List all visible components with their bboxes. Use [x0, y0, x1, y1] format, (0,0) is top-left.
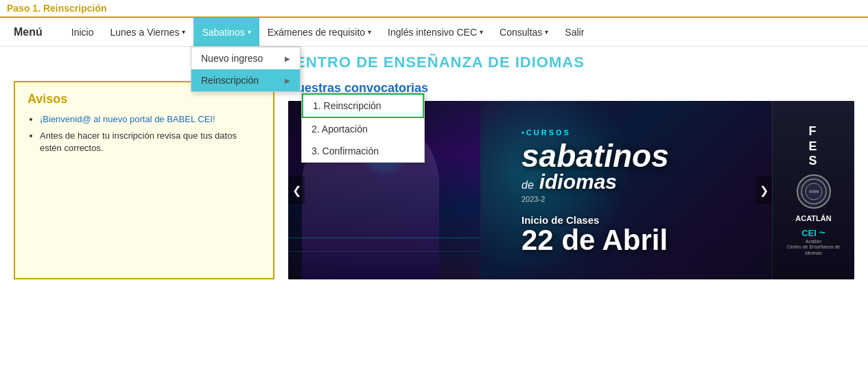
arrow-right-icon: ▶ — [285, 77, 290, 84]
nav-item-ingles[interactable]: Inglés intensivo CEC ▾ — [379, 18, 491, 46]
nav-item-salir[interactable]: Salir — [556, 18, 592, 46]
banner-idiomas-text: idiomas — [539, 170, 617, 193]
banner-line — [288, 251, 480, 252]
banner-prev-button[interactable]: ❮ — [288, 176, 305, 204]
content-columns: Avisos ¡Bienvenid@ al nuevo portal de BA… — [0, 81, 868, 279]
cei-logo: CEI ~ Acatlán Centro de Enseñanza de Idi… — [779, 227, 847, 256]
avisos-list: ¡Bienvenid@ al nuevo portal de BABEL CEI… — [27, 113, 261, 155]
chevron-down-icon: ▾ — [248, 28, 251, 36]
dropdown-item-reinscripcion[interactable]: Reinscripción ▶ 1. Reinscripción 2. Apor… — [191, 69, 300, 91]
fes-letters: F E S — [808, 124, 818, 169]
avisos-title: Avisos — [27, 92, 261, 106]
submenu-item-confirmacion[interactable]: 3. Confirmación — [302, 140, 424, 162]
banner-line — [288, 238, 480, 238]
chevron-down-icon: ▾ — [480, 28, 483, 36]
nav-items: Inicio Lunes a Viernes ▾ Sabatinos ▾ Exá… — [63, 18, 593, 46]
arrow-right-icon: ▶ — [285, 55, 290, 62]
svg-text:UNAM: UNAM — [808, 189, 819, 194]
breadcrumb-text: Paso 1. Reinscripción — [7, 3, 107, 14]
unam-logo: UNAM — [797, 174, 831, 209]
center-title: CENTRO DE ENSEÑANZA DE IDIOMAS — [0, 47, 868, 77]
nav-item-inicio[interactable]: Inicio — [63, 18, 102, 46]
nav-item-examenes[interactable]: Exámenes de requisito ▾ — [259, 18, 379, 46]
dropdown-menu: Nuevo ingreso ▶ Reinscripción ▶ 1. Reins… — [191, 47, 301, 92]
banner-cursos-text: •CURSOS — [521, 128, 571, 137]
chevron-down-icon: ▾ — [368, 28, 371, 36]
chevron-down-icon: ▾ — [545, 28, 548, 36]
list-item: ¡Bienvenid@ al nuevo portal de BABEL CEI… — [40, 113, 261, 126]
sabatinos-dropdown: Nuevo ingreso ▶ Reinscripción ▶ 1. Reins… — [191, 47, 301, 92]
cei-logo-sub: Acatlán Centro de Enseñanza de Idiomas — [779, 239, 847, 256]
chevron-down-icon: ▾ — [182, 28, 185, 36]
nav-item-consultas[interactable]: Consultas ▾ — [491, 18, 556, 46]
banner-de-text: de — [521, 179, 534, 191]
main-content: CENTRO DE ENSEÑANZA DE IDIOMAS Avisos ¡B… — [0, 47, 868, 279]
list-item: Antes de hacer tu inscripción revisa que… — [40, 130, 261, 154]
acatlan-text: ACATLÁN — [795, 214, 831, 222]
avisos-box: Avisos ¡Bienvenid@ al nuevo portal de BA… — [14, 81, 274, 279]
breadcrumb-bar: Paso 1. Reinscripción — [0, 0, 868, 18]
nav-item-sabatinos[interactable]: Sabatinos ▾ — [193, 18, 259, 46]
banner-next-button[interactable]: ❯ — [755, 176, 772, 204]
nav-item-lunes-viernes[interactable]: Lunes a Viernes ▾ — [102, 18, 193, 46]
banner-right-panel: F E S UNAM ACATLÁN CEI — [772, 101, 854, 279]
navbar: Menú Inicio Lunes a Viernes ▾ Sabatinos … — [0, 18, 868, 47]
submenu-item-reinscripcion-1[interactable]: 1. Reinscripción — [302, 93, 424, 118]
cei-logo-text: CEI ~ — [801, 227, 825, 239]
submenu-reinscripcion: 1. Reinscripción 2. Aportación 3. Confir… — [301, 93, 425, 163]
dropdown-item-nuevo-ingreso[interactable]: Nuevo ingreso ▶ — [191, 47, 300, 69]
navbar-brand: Menú — [7, 26, 49, 38]
submenu-item-aportacion[interactable]: 2. Aportación — [302, 118, 424, 140]
